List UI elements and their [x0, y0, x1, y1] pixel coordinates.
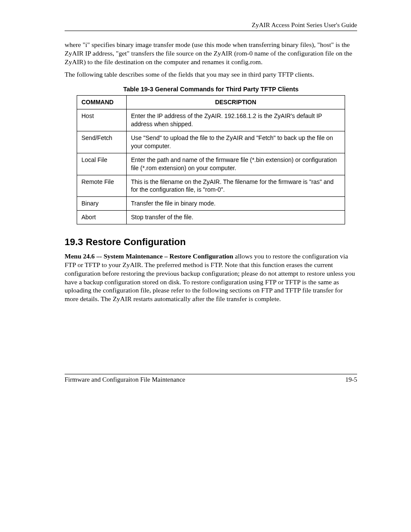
cell-command: Binary	[77, 197, 127, 211]
column-header-command: COMMAND	[77, 96, 127, 109]
cell-command: Remote File	[77, 175, 127, 197]
table-row: Binary Transfer the file in binary mode.	[77, 197, 345, 211]
section-heading: 19.3 Restore Configuration	[65, 236, 357, 248]
table-container: COMMAND DESCRIPTION Host Enter the IP ad…	[65, 95, 357, 224]
cell-description: Stop transfer of the file.	[127, 211, 345, 224]
cell-description: Transfer the file in binary mode.	[127, 197, 345, 211]
cell-command: Local File	[77, 153, 127, 175]
commands-table: COMMAND DESCRIPTION Host Enter the IP ad…	[77, 95, 345, 224]
table-row: Send/Fetch Use "Send" to upload the file…	[77, 131, 345, 153]
table-row: Abort Stop transfer of the file.	[77, 211, 345, 224]
cell-description: Enter the path and name of the firmware …	[127, 153, 345, 175]
footer-rule	[65, 374, 357, 374]
cell-description: Use "Send" to upload the file to the ZyA…	[127, 131, 345, 153]
table-header-row: COMMAND DESCRIPTION	[77, 96, 345, 109]
page: ZyAIR Access Point Series User's Guide w…	[0, 0, 411, 532]
intro-paragraph-2: The following table describes some of th…	[65, 70, 357, 79]
cell-command: Abort	[77, 211, 127, 224]
page-footer: Firmware and Configuraiton File Maintena…	[65, 374, 357, 383]
footer-row: Firmware and Configuraiton File Maintena…	[65, 376, 357, 383]
table-caption: Table 19-3 General Commands for Third Pa…	[65, 86, 357, 93]
section-body-text: allows you to restore the configuration …	[65, 252, 355, 302]
footer-page-number: 19-5	[346, 376, 358, 383]
table-row: Remote File This is the filename on the …	[77, 175, 345, 197]
table-row: Host Enter the IP address of the ZyAIR. …	[77, 109, 345, 131]
section-lead-bold: Menu 24.6 –- System Maintenance – Restor…	[65, 252, 233, 260]
column-header-description: DESCRIPTION	[127, 96, 345, 109]
cell-command: Host	[77, 109, 127, 131]
section-paragraph: Menu 24.6 –- System Maintenance – Restor…	[65, 252, 357, 303]
header-title: ZyAIR Access Point Series User's Guide	[252, 22, 357, 28]
cell-description: This is the filename on the ZyAIR. The f…	[127, 175, 345, 197]
table-row: Local File Enter the path and name of th…	[77, 153, 345, 175]
cell-command: Send/Fetch	[77, 131, 127, 153]
footer-left: Firmware and Configuraiton File Maintena…	[65, 376, 185, 383]
cell-description: Enter the IP address of the ZyAIR. 192.1…	[127, 109, 345, 131]
running-header: ZyAIR Access Point Series User's Guide	[65, 22, 357, 31]
intro-paragraph-1: where "i" specifies binary image transfe…	[65, 40, 357, 66]
